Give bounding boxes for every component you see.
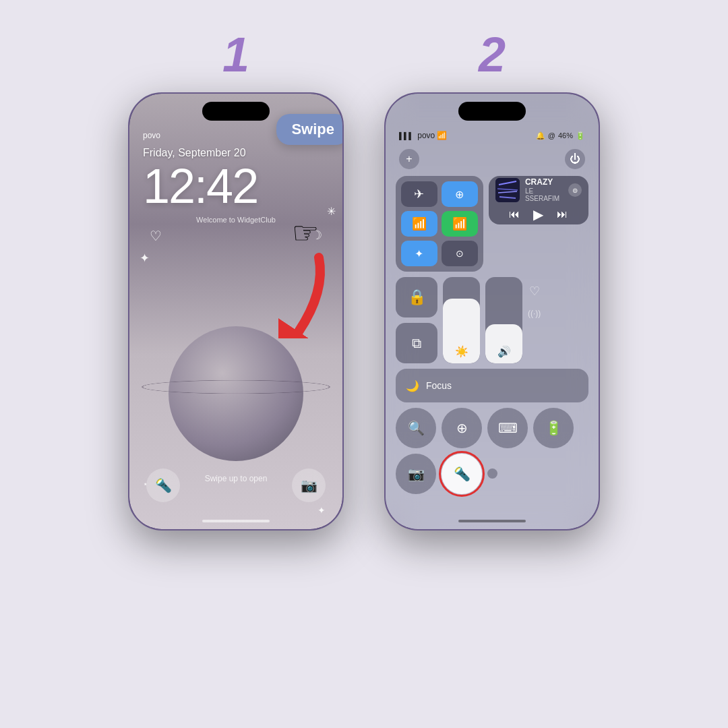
camera-button[interactable]: 📷 xyxy=(292,468,326,502)
cc-flashlight-wrapper: 🔦 xyxy=(442,454,482,494)
battery-percent: 46% xyxy=(558,131,573,140)
cc-connectivity-widget: ✈ ⊕ 📶 📶 ✦ ⊙ xyxy=(396,176,483,272)
heart-icon: ♡ xyxy=(150,228,162,244)
cc-status-left: ▌▌▌ povo 📶 xyxy=(399,131,447,140)
cc-top-bar: + ⏻ xyxy=(396,149,588,169)
bluetooth-btn[interactable]: ✦ xyxy=(401,241,437,266)
flashlight-button[interactable]: 🔦 xyxy=(146,468,180,502)
lockscreen-clock: 12:42 xyxy=(143,162,329,210)
dynamic-island-2 xyxy=(458,102,526,121)
signal-bars: ▌▌▌ xyxy=(399,132,413,140)
cc-content: + ⏻ ✈ ⊕ xyxy=(386,146,599,497)
cc-battery2-btn[interactable]: 🔋 xyxy=(533,408,574,448)
cc-left-col: 🔒 ⧉ xyxy=(396,277,437,363)
cc-zoom-btn[interactable]: ⊕ xyxy=(442,408,482,448)
cc-bottom-icons-row2: 📷 🔦 xyxy=(396,454,588,494)
cc-power-button[interactable]: ⏻ xyxy=(565,149,585,169)
lockscreen-date: Friday, September 20 xyxy=(143,147,329,159)
cc-row-1: ✈ ⊕ 📶 📶 ✦ ⊙ xyxy=(396,176,588,272)
phone-2: ▌▌▌ povo 📶 🔔 @ 46% 🔋 xyxy=(384,92,600,530)
dynamic-island-1 xyxy=(202,102,270,121)
sparkle-2: ✦ xyxy=(317,505,326,516)
lockscreen: povo Friday, September 20 12:42 Welcome … xyxy=(129,94,342,529)
arrow-hand-group: ☞ ✳ xyxy=(278,215,332,341)
cc-carrier: povo xyxy=(417,131,435,140)
cc-status-right: 🔔 @ 46% 🔋 xyxy=(536,131,585,140)
lockscreen-time-area: Friday, September 20 12:42 xyxy=(129,140,342,210)
cc-calculator-btn[interactable]: ⌨ xyxy=(487,408,528,448)
wifi-icon: 📶 xyxy=(437,131,447,140)
cc-dot-btn[interactable] xyxy=(487,468,497,479)
home-bar-1 xyxy=(202,520,270,522)
airdrop2-btn[interactable]: ⊙ xyxy=(442,241,478,266)
red-arrow xyxy=(278,251,332,338)
carrier-label: povo xyxy=(143,131,160,140)
cc-prev-btn[interactable]: ⏮ xyxy=(509,208,520,220)
cc-next-btn[interactable]: ⏭ xyxy=(557,208,568,220)
focus-label: Focus xyxy=(426,380,452,391)
alarm-icon: 🔔 xyxy=(536,131,545,140)
wifi-btn[interactable]: 📶 xyxy=(401,211,437,237)
cc-media-top: CRAZY LE SSERAFIM ⊚ xyxy=(495,178,582,202)
cc-album-art xyxy=(495,178,520,202)
cc-media-controls: ⏮ ▶ ⏭ xyxy=(495,206,582,222)
volume-slider[interactable]: 🔊 xyxy=(485,277,522,363)
rotation-lock-btn[interactable]: 🔒 xyxy=(396,277,437,317)
cc-right-col: ♡ ((·)) xyxy=(528,277,541,363)
phone-1-inner: povo Friday, September 20 12:42 Welcome … xyxy=(129,94,342,529)
volume-icon: 🔊 xyxy=(497,345,511,358)
step-number-2: 2 xyxy=(479,27,506,82)
brightness-icon: ☀️ xyxy=(455,345,468,358)
swipe-bubble: Swipe xyxy=(276,114,344,145)
cc-bottom-icons: 🔍 ⊕ ⌨ 🔋 xyxy=(396,408,588,448)
battery-status-icon: 🔋 xyxy=(576,131,585,140)
step-2: 2 ▌▌▌ povo 📶 🔔 xyxy=(384,27,600,530)
cc-camera2-btn[interactable]: 📷 xyxy=(396,454,436,494)
planet-ring xyxy=(142,380,330,394)
cc-media-info: CRAZY LE SSERAFIM xyxy=(525,178,563,202)
main-container: 1 Swipe povo Friday, September 20 12:42 xyxy=(0,0,728,728)
cellular-btn[interactable]: 📶 xyxy=(442,211,478,237)
location-icon: @ xyxy=(548,131,555,140)
airplane-mode-btn[interactable]: ✈ xyxy=(401,181,437,207)
focus-moon-icon: 🌙 xyxy=(406,380,419,392)
cc-media-artist: LE SSERAFIM xyxy=(525,187,563,202)
screen-mirror-btn[interactable]: ⧉ xyxy=(396,323,437,363)
cc-media-widget: CRAZY LE SSERAFIM ⊚ ⏮ ▶ ⏭ xyxy=(489,176,588,272)
cc-scan-btn[interactable]: 🔍 xyxy=(396,408,436,448)
step-1: 1 Swipe povo Friday, September 20 12:42 xyxy=(128,27,344,530)
cc-row-2: 🔒 ⧉ ☀️ 🔊 xyxy=(396,277,588,363)
cc-connect-grid: ✈ ⊕ 📶 📶 ✦ ⊙ xyxy=(401,181,478,266)
cc-add-button[interactable]: + xyxy=(399,149,419,169)
step-number-1: 1 xyxy=(222,27,249,82)
control-center: ▌▌▌ povo 📶 🔔 @ 46% 🔋 xyxy=(386,94,599,529)
cc-airplay-btn[interactable]: ⊚ xyxy=(568,183,582,197)
red-highlight-circle xyxy=(439,451,485,497)
swipe-hint: Swipe up to open xyxy=(205,474,268,489)
hand-cursor: ☞ ✳ xyxy=(278,215,332,251)
cc-heart-icon: ♡ xyxy=(529,284,540,299)
brightness-slider[interactable]: ☀️ xyxy=(443,277,480,363)
cc-focus-widget[interactable]: 🌙 Focus xyxy=(396,369,588,402)
cc-signal-indicator: ((·)) xyxy=(528,309,541,318)
airdrop-btn[interactable]: ⊕ xyxy=(442,181,478,207)
home-bar-2 xyxy=(458,520,526,522)
phone-1: Swipe povo Friday, September 20 12:42 We… xyxy=(128,92,344,530)
sparkle-1: ✦ xyxy=(140,251,150,266)
cc-media-player: CRAZY LE SSERAFIM ⊚ ⏮ ▶ ⏭ xyxy=(489,176,588,224)
phone-2-inner: ▌▌▌ povo 📶 🔔 @ 46% 🔋 xyxy=(386,94,599,529)
cc-play-btn[interactable]: ▶ xyxy=(533,206,543,222)
cc-media-title: CRAZY xyxy=(525,178,563,186)
